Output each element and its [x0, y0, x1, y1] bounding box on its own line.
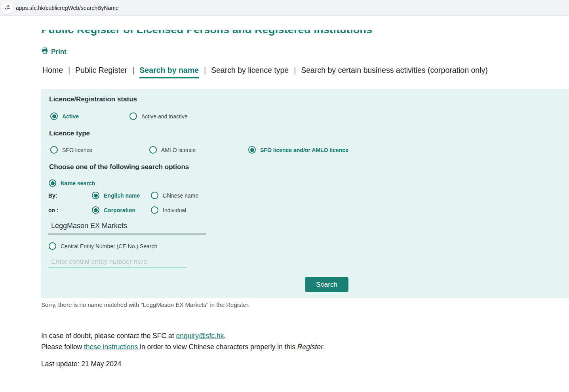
- radio-sfo-licence[interactable]: [50, 146, 58, 154]
- radio-individual[interactable]: [151, 206, 158, 214]
- main-nav: Home | Public Register | Search by name …: [42, 66, 488, 78]
- radio-name-search[interactable]: [49, 179, 56, 187]
- radio-label: Corporation: [104, 207, 135, 213]
- site-settings-badge[interactable]: [1, 2, 13, 14]
- instructions-suffix: .: [323, 343, 325, 351]
- radio-english-name[interactable]: [92, 192, 99, 199]
- sticky-header-strip: [0, 16, 569, 30]
- tune-icon: [4, 4, 10, 12]
- url-text[interactable]: apps.sfc.hk/publicregWeb/searchByName: [16, 5, 119, 11]
- radio-label: Active and inactive: [141, 113, 188, 120]
- radio-active[interactable]: [50, 112, 58, 120]
- radio-label: Individual: [163, 207, 186, 213]
- licence-option-sfo[interactable]: SFO licence: [50, 146, 92, 154]
- enquiry-email-link[interactable]: enquiry@sfc.hk: [176, 332, 224, 340]
- radio-label: Central Entity Number (CE No.) Search: [61, 243, 157, 249]
- radio-label: Name search: [61, 180, 95, 186]
- nav-item-search-by-licence-type[interactable]: Search by licence type: [211, 66, 289, 77]
- radio-label: English name: [104, 192, 140, 199]
- no-match-message: Sorry, there is no name matched with "Le…: [41, 301, 249, 308]
- radio-label: SFO licence: [62, 147, 92, 153]
- on-option-individual[interactable]: Individual: [151, 206, 186, 214]
- nav-item-search-by-name[interactable]: Search by name: [139, 66, 199, 78]
- nav-separator: |: [294, 66, 296, 75]
- browser-address-bar[interactable]: apps.sfc.hk/publicregWeb/searchByName: [0, 0, 569, 16]
- by-option-chinese-name[interactable]: Chinese name: [151, 192, 198, 199]
- licence-type-heading: Licence type: [49, 129, 90, 137]
- contact-suffix: .: [224, 332, 226, 340]
- nav-item-public-register[interactable]: Public Register: [75, 66, 127, 77]
- status-option-active-and-inactive[interactable]: Active and inactive: [129, 112, 188, 120]
- radio-ce-number-search[interactable]: [49, 242, 56, 250]
- nav-item-search-by-business-activities[interactable]: Search by certain business activities (c…: [301, 66, 487, 77]
- search-form-panel: Licence/Registration status Active Activ…: [41, 89, 569, 298]
- radio-chinese-name[interactable]: [151, 192, 158, 199]
- register-italic: Register: [297, 343, 323, 351]
- instructions-line: Please follow these instructions in orde…: [41, 342, 325, 353]
- contact-line: In case of doubt, please contact the SFC…: [41, 331, 325, 342]
- footer-text: In case of doubt, please contact the SFC…: [41, 331, 325, 352]
- nav-separator: |: [132, 66, 134, 75]
- last-update-text: Last update: 21 May 2024: [41, 360, 121, 368]
- name-search-option[interactable]: Name search: [49, 179, 95, 187]
- status-option-active[interactable]: Active: [50, 112, 79, 120]
- name-search-input[interactable]: [48, 219, 206, 234]
- by-label: By:: [48, 192, 57, 199]
- instructions-link[interactable]: these instructions: [84, 343, 140, 351]
- radio-sfo-andor-amlo-licence[interactable]: [248, 146, 256, 154]
- radio-label: Chinese name: [163, 192, 198, 199]
- instructions-middle: in order to view Chinese characters prop…: [140, 343, 297, 351]
- printer-icon: [41, 47, 48, 56]
- licence-option-amlo[interactable]: AMLO licence: [149, 146, 196, 154]
- by-option-english-name[interactable]: English name: [92, 192, 140, 199]
- nav-item-home[interactable]: Home: [42, 66, 63, 77]
- print-label: Print: [51, 48, 67, 56]
- radio-corporation[interactable]: [92, 206, 99, 214]
- radio-amlo-licence[interactable]: [149, 146, 157, 154]
- on-option-corporation[interactable]: Corporation: [92, 206, 135, 214]
- status-heading: Licence/Registration status: [49, 95, 137, 103]
- search-options-heading: Choose one of the following search optio…: [49, 163, 189, 171]
- print-button[interactable]: Print: [41, 47, 67, 56]
- search-button[interactable]: Search: [305, 277, 348, 292]
- licence-option-sfo-andor-amlo[interactable]: SFO licence and/or AMLO licence: [248, 146, 348, 154]
- radio-active-and-inactive[interactable]: [129, 112, 137, 120]
- nav-separator: |: [204, 66, 206, 75]
- contact-prefix: In case of doubt, please contact the SFC…: [41, 332, 176, 340]
- on-label: on :: [48, 206, 59, 214]
- ce-number-input[interactable]: [48, 257, 186, 268]
- instructions-prefix: Please follow: [41, 343, 84, 351]
- nav-separator: |: [68, 66, 70, 75]
- radio-label: Active: [62, 113, 79, 120]
- ce-number-search-option[interactable]: Central Entity Number (CE No.) Search: [49, 242, 157, 250]
- radio-label: SFO licence and/or AMLO licence: [260, 147, 348, 153]
- radio-label: AMLO licence: [161, 147, 196, 153]
